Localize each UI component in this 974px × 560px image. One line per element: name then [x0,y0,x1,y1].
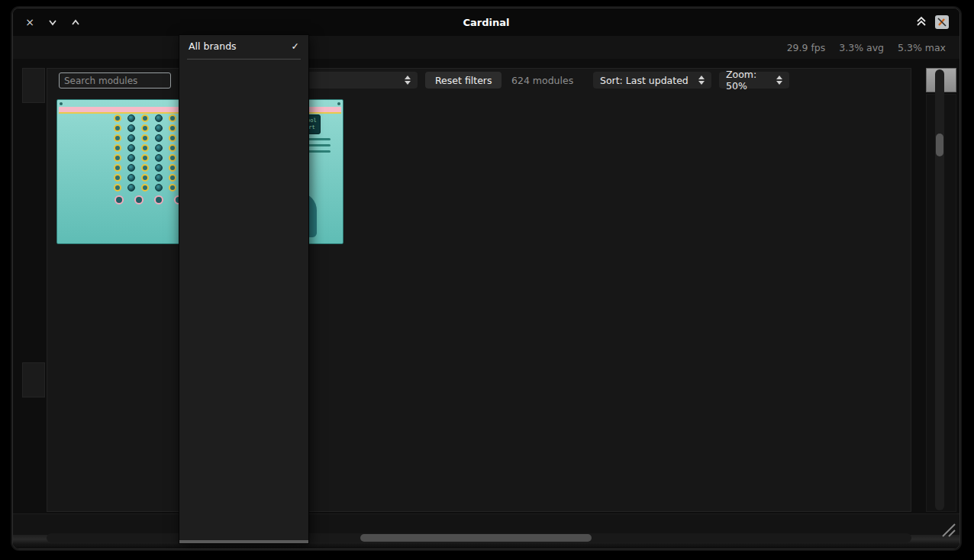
dropdown-divider [187,59,301,60]
yellow-ring-icon [141,134,149,142]
dropdown-selected-label: All brands [189,37,237,55]
spinner-arrows-icon [698,76,705,85]
teal-knob-icon [155,174,163,182]
teal-knob-icon [155,164,163,172]
yellow-ring-icon [141,144,149,152]
yellow-ring-icon [141,174,149,182]
teal-knob-icon [127,124,135,132]
yellow-ring-icon [169,154,176,162]
search-input[interactable] [59,72,171,89]
browser-filter-bar: Tags Reset filters 624 modules Sort: Las… [47,69,911,95]
rack-rail-left-top [22,68,45,103]
fps-value: 29.9 fps [787,42,826,53]
double-chevron-up-icon[interactable] [915,15,927,30]
rack-background: Tags Reset filters 624 modules Sort: Las… [13,59,959,549]
chevron-down-icon[interactable] [47,16,59,28]
yellow-ring-icon [169,144,176,152]
teal-knob-icon [127,184,135,191]
title-bar: × Cardinal [13,8,959,36]
teal-knob-icon [127,154,135,162]
teal-knob-icon [127,114,135,122]
yellow-ring-icon [169,174,176,182]
yellow-ring-icon [114,134,121,142]
reset-filters-button[interactable]: Reset filters [425,72,502,89]
yellow-ring-icon [169,124,176,132]
module-browser: Tags Reset filters 624 modules Sort: Las… [47,68,911,512]
teal-knob-icon [155,134,163,142]
module-count: 624 modules [511,75,573,86]
teal-knob-icon [127,174,135,182]
tray-pencil-off-icon[interactable] [935,15,949,29]
teal-knob-icon [155,124,163,132]
yellow-ring-icon [169,184,176,191]
spinner-arrows-icon [405,76,411,85]
pink-jack-icon [154,195,163,204]
horizontal-scrollbar-thumb[interactable] [360,534,592,542]
teal-knob-icon [155,184,163,191]
teal-knob-icon [155,154,163,162]
checkmark-icon: ✓ [292,37,299,55]
yellow-ring-icon [114,114,121,122]
close-icon[interactable]: × [24,16,36,28]
performance-stats: 29.9 fps 3.3% avg 5.3% max [787,42,959,53]
resize-grip[interactable] [940,521,956,538]
yellow-ring-icon [114,164,121,172]
screw-icon [60,102,63,105]
yellow-ring-icon [141,184,149,191]
yellow-ring-icon [169,114,176,122]
zoom-select-label: Zoom: 50% [726,69,769,92]
dropdown-item-all-brands[interactable]: All brands ✓ [179,37,308,55]
rack-rail-bottom [13,513,959,535]
yellow-ring-icon [141,164,149,172]
cpu-max-value: 5.3% max [898,42,946,53]
yellow-ring-icon [169,164,176,172]
rack-rail-left-mid [22,362,45,397]
yellow-ring-icon [114,174,121,182]
menu-bar: 29.9 fps 3.3% avg 5.3% max [13,36,959,59]
yellow-ring-icon [141,124,149,132]
teal-knob-icon [127,134,135,142]
vertical-scrollbar-thumb[interactable] [936,134,943,156]
brand-filter-dropdown: All brands ✓ [179,34,309,544]
sort-select[interactable]: Sort: Last updated [593,72,711,89]
teal-knob-icon [155,114,163,122]
horizontal-scrollbar[interactable] [47,533,911,542]
yellow-ring-icon [114,124,121,132]
pink-jack-icon [114,195,124,204]
screw-icon [337,102,340,105]
spinner-arrows-icon [776,76,782,85]
teal-knob-icon [155,144,163,152]
teal-knob-icon [127,164,135,172]
yellow-ring-icon [114,184,121,191]
pink-jack-icon [134,195,144,204]
app-window: × Cardinal 29.9 fps 3.3% avg 5.3% max [12,8,960,549]
yellow-ring-icon [141,114,149,122]
chevron-up-icon[interactable] [69,16,82,28]
yellow-ring-icon [169,134,176,142]
zoom-select[interactable]: Zoom: 50% [719,72,789,89]
dropdown-scroll-hint [179,540,308,543]
teal-knob-icon [127,144,135,152]
vertical-scrollbar[interactable] [935,69,944,510]
yellow-ring-icon [141,154,149,162]
sort-select-label: Sort: Last updated [600,75,689,86]
yellow-ring-icon [114,144,121,152]
yellow-ring-icon [114,154,121,162]
cpu-avg-value: 3.3% avg [839,42,884,53]
window-title: Cardinal [13,17,959,28]
